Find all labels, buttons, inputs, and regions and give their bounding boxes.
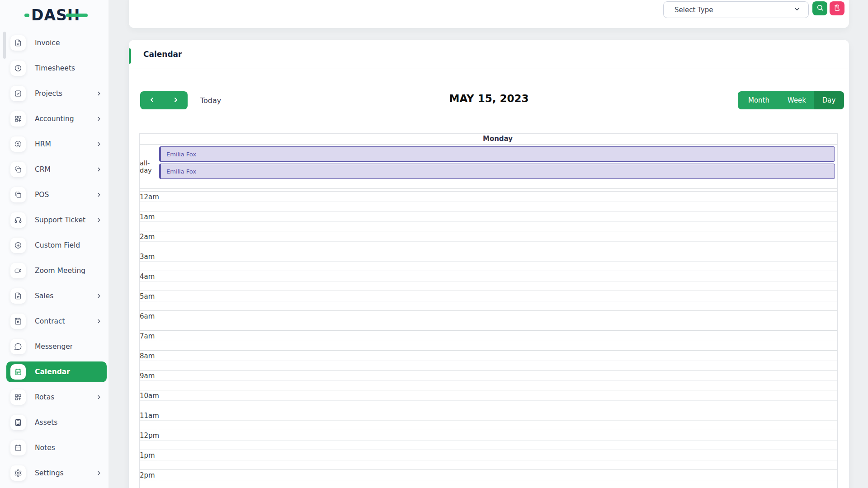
sidebar-item-label: Support Ticket — [35, 216, 96, 224]
card-header: Calendar — [129, 40, 849, 69]
sidebar-item-hrm[interactable]: HRM — [6, 134, 107, 155]
day-grid: Monday all-day Emilia FoxEmilia Fox 12am… — [139, 133, 838, 488]
chevron-right-icon — [96, 192, 102, 198]
sidebar-item-custom-field[interactable]: Custom Field — [6, 235, 107, 256]
chevron-right-icon — [96, 470, 102, 476]
notes-calendar-icon — [10, 440, 26, 455]
sidebar-item-label: POS — [35, 191, 96, 199]
view-button-day[interactable]: Day — [814, 91, 844, 109]
type-select-value: Select Type — [675, 6, 713, 14]
hour-cell[interactable] — [158, 311, 837, 330]
sidebar-item-rotas[interactable]: Rotas — [6, 387, 107, 408]
hour-cell[interactable] — [158, 470, 837, 488]
day-header-cell: Monday — [158, 134, 837, 144]
sidebar-item-notes[interactable]: Notes — [6, 437, 107, 458]
hour-cell[interactable] — [158, 450, 837, 469]
sidebar-item-crm[interactable]: CRM — [6, 159, 107, 180]
sidebar-item-label: Zoom Meeting — [35, 267, 103, 275]
hour-row-10am: 10am — [140, 390, 837, 410]
hour-cell[interactable] — [158, 231, 837, 251]
sidebar-item-settings[interactable]: Settings — [6, 463, 107, 483]
page-title: Calendar — [143, 50, 182, 59]
sidebar-item-accounting[interactable]: Accounting — [6, 108, 107, 129]
hour-cell[interactable] — [158, 211, 837, 231]
sidebar-item-label: Invoice — [35, 39, 103, 47]
all-day-label: all-day — [140, 145, 158, 188]
reset-filter-button[interactable] — [830, 1, 844, 15]
hour-cell[interactable] — [158, 390, 837, 410]
hour-cell[interactable] — [158, 430, 837, 450]
all-day-events-cell[interactable]: Emilia FoxEmilia Fox — [158, 145, 837, 188]
copy-icon — [10, 187, 26, 202]
sales-file-icon — [10, 288, 26, 304]
hour-cell[interactable] — [158, 251, 837, 271]
sidebar-item-label: Assets — [35, 418, 103, 427]
save-icon — [10, 314, 26, 329]
sidebar-item-sales[interactable]: Sales — [6, 286, 107, 306]
calendar-icon — [10, 364, 26, 380]
title-accent-bar — [129, 48, 131, 64]
gear-icon — [10, 465, 26, 481]
hour-label: 10am — [140, 390, 158, 410]
checkbox-icon — [10, 86, 26, 101]
sidebar-item-invoice[interactable]: Invoice — [6, 33, 107, 53]
hour-row-9am: 9am — [140, 371, 837, 390]
brand-logo[interactable]: DASH — [24, 6, 88, 24]
day-grid-header: Monday — [140, 134, 837, 145]
sidebar-item-assets[interactable]: Assets — [6, 412, 107, 433]
sidebar: DASH InvoiceTimesheetsProjectsAccounting… — [0, 0, 108, 488]
sidebar-item-label: Notes — [35, 444, 103, 452]
hour-row-11am: 11am — [140, 410, 837, 430]
clipboard-off-icon — [834, 4, 841, 13]
hour-cell[interactable] — [158, 410, 837, 430]
hour-row-6am: 6am — [140, 311, 837, 331]
sidebar-item-label: Calendar — [35, 368, 103, 376]
logo-accent-bar-icon — [66, 14, 88, 17]
hour-label: 11am — [140, 410, 158, 430]
sidebar-item-label: Timesheets — [35, 64, 103, 72]
logo-accent-dash-icon — [24, 14, 29, 17]
sidebar-item-label: Contract — [35, 317, 96, 325]
sidebar-item-contract[interactable]: Contract — [6, 311, 107, 332]
hour-label: 1am — [140, 211, 158, 231]
clock-icon — [10, 61, 26, 76]
hour-label: 7am — [140, 331, 158, 350]
hour-label: 2pm — [140, 470, 158, 488]
sidebar-item-zoom-meeting[interactable]: Zoom Meeting — [6, 260, 107, 281]
hour-row-5am: 5am — [140, 291, 837, 311]
sidebar-item-projects[interactable]: Projects — [6, 83, 107, 104]
hour-cell[interactable] — [158, 271, 837, 291]
view-switcher: MonthWeekDay — [738, 91, 844, 109]
all-day-event[interactable]: Emilia Fox — [159, 164, 835, 179]
sidebar-item-calendar[interactable]: Calendar — [6, 361, 107, 382]
hour-cell[interactable] — [158, 351, 837, 370]
grid-plus-icon — [10, 389, 26, 405]
view-button-week[interactable]: Week — [780, 91, 814, 109]
sidebar-item-label: Accounting — [35, 115, 96, 123]
hour-row-1am: 1am — [140, 211, 837, 231]
view-button-month[interactable]: Month — [738, 91, 780, 109]
search-button[interactable] — [812, 1, 827, 15]
sidebar-item-timesheets[interactable]: Timesheets — [6, 58, 107, 79]
hour-label: 12am — [140, 192, 158, 211]
hour-cell[interactable] — [158, 331, 837, 350]
hour-row-1pm: 1pm — [140, 450, 837, 470]
chevron-right-icon — [96, 293, 102, 299]
hour-row-4am: 4am — [140, 271, 837, 291]
grid-plus-icon — [10, 111, 26, 127]
all-day-event[interactable]: Emilia Fox — [159, 146, 835, 162]
hour-row-3am: 3am — [140, 251, 837, 271]
type-select[interactable]: Select Type — [663, 1, 809, 18]
sidebar-item-messenger[interactable]: Messenger — [6, 336, 107, 357]
chevron-right-icon — [96, 116, 102, 122]
hour-row-8am: 8am — [140, 351, 837, 371]
chevron-right-icon — [96, 394, 102, 400]
hour-cell[interactable] — [158, 371, 837, 390]
sidebar-item-pos[interactable]: POS — [6, 184, 107, 205]
hour-label: 1pm — [140, 450, 158, 469]
hour-label: 9am — [140, 371, 158, 390]
hour-cell[interactable] — [158, 291, 837, 310]
hour-cell[interactable] — [158, 192, 837, 211]
sidebar-item-support-ticket[interactable]: Support Ticket — [6, 210, 107, 230]
calendar-card: Calendar Today MAY 15, 20 — [129, 40, 849, 488]
